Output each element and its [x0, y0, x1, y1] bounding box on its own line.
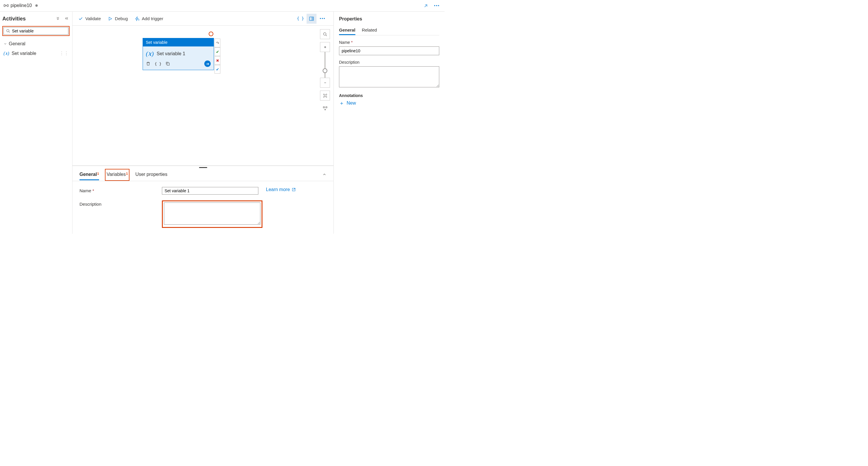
canvas-search-button[interactable]: [320, 29, 330, 39]
pipeline-name-input[interactable]: [339, 46, 439, 55]
port-stack: ↷ ✔ ✖ ✔: [215, 38, 220, 74]
tab-general[interactable]: General 1: [80, 169, 99, 180]
debug-label: Debug: [115, 16, 128, 21]
tab-general-label: General: [80, 172, 97, 177]
activities-collapse[interactable]: [63, 15, 70, 23]
tab-user-properties-label: User properties: [135, 172, 167, 177]
tab-variables-highlight: Variables 1: [105, 169, 130, 181]
add-trigger-button[interactable]: Add trigger: [135, 16, 163, 21]
activities-panel: Activities General (𝑥) Set variable ⋮⋮: [0, 12, 72, 234]
validate-label: Validate: [85, 16, 101, 21]
svg-rect-4: [167, 63, 169, 65]
editor-tab-row: pipeline10 •••: [0, 0, 444, 12]
group-general-label: General: [9, 41, 25, 46]
pipeline-icon: [3, 3, 9, 8]
check-icon: [78, 17, 83, 21]
activity-node-name: Set variable 1: [157, 51, 185, 56]
svg-point-5: [323, 32, 326, 35]
activities-search[interactable]: [3, 27, 68, 35]
add-trigger-label: Add trigger: [142, 16, 163, 21]
props-tab-related[interactable]: Related: [362, 26, 377, 35]
resize-handle[interactable]: [72, 166, 334, 169]
variable-icon: (𝑥): [146, 50, 154, 58]
pipeline-tab[interactable]: pipeline10: [0, 0, 41, 11]
external-link-icon: [292, 188, 296, 192]
chevron-down-icon: [3, 42, 7, 45]
properties-toggle-button[interactable]: [307, 14, 316, 24]
add-annotation-label: New: [347, 100, 356, 106]
unsaved-indicator: [35, 4, 38, 7]
svg-rect-6: [324, 95, 326, 96]
properties-title: Properties: [339, 17, 439, 22]
properties-panel: Properties General Related Name * Descri…: [334, 12, 444, 234]
auto-layout-button[interactable]: [320, 103, 330, 113]
validate-button[interactable]: Validate: [78, 16, 101, 21]
activities-search-input[interactable]: [12, 29, 66, 33]
zoom-slider[interactable]: [324, 52, 326, 78]
trash-icon[interactable]: [146, 61, 151, 66]
json-view-button[interactable]: { }: [296, 14, 305, 24]
collapse-settings-button[interactable]: [322, 173, 327, 177]
fit-screen-button[interactable]: [320, 91, 330, 100]
variable-icon: (𝑥): [3, 51, 9, 56]
zoom-thumb[interactable]: [323, 68, 327, 73]
tab-general-badge: 1: [97, 172, 99, 175]
svg-point-2: [7, 30, 9, 32]
props-tab-general[interactable]: General: [339, 26, 355, 35]
activity-settings-panel: General 1 Variables 1 User properties: [72, 166, 334, 234]
tab-variables[interactable]: Variables 1: [107, 169, 128, 180]
fit-icon: [323, 93, 327, 98]
toolbar-more-button[interactable]: •••: [318, 14, 328, 24]
expand-button[interactable]: [422, 2, 430, 10]
braces-icon[interactable]: { }: [155, 62, 161, 66]
chevrons-down-icon: [56, 17, 60, 21]
props-annotations-label: Annotations: [339, 93, 439, 98]
search-icon: [6, 29, 10, 33]
activity-set-variable[interactable]: (𝑥) Set variable ⋮⋮: [2, 49, 70, 58]
properties-pane-icon: [309, 16, 314, 21]
chevron-up-icon: [322, 173, 327, 177]
learn-more-label: Learn more: [266, 187, 290, 192]
port-completion[interactable]: ✔: [215, 65, 220, 74]
pipeline-tab-label: pipeline10: [10, 3, 32, 8]
plus-icon: ＋: [323, 44, 327, 50]
tab-user-properties[interactable]: User properties: [135, 169, 167, 180]
port-success[interactable]: ✔: [215, 47, 220, 56]
canvas-tools: ＋ －: [320, 29, 330, 113]
form-name-label: Name *: [80, 187, 158, 193]
props-description-label: Description: [339, 60, 439, 65]
activities-expand-all[interactable]: [55, 15, 61, 23]
ellipsis-icon: •••: [320, 17, 326, 21]
tab-variables-badge: 1: [126, 172, 128, 175]
pipeline-toolbar: Validate Debug Add trigger { } •••: [72, 12, 334, 26]
port-skip[interactable]: ↷: [215, 38, 220, 47]
ellipsis-icon: •••: [434, 3, 440, 8]
activities-title: Activities: [2, 16, 52, 22]
learn-more-link[interactable]: Learn more: [266, 187, 296, 192]
minus-icon: －: [323, 80, 327, 85]
layout-icon: [323, 106, 328, 111]
port-failure[interactable]: ✖: [215, 56, 220, 65]
svg-rect-0: [4, 4, 5, 7]
pipeline-canvas[interactable]: Set variable (𝑥) Set variable 1 { } ➔ ↷ …: [72, 26, 334, 166]
activities-search-highlight: [2, 26, 69, 36]
chevrons-left-icon: [65, 17, 69, 21]
svg-rect-7: [323, 106, 324, 108]
tab-more-button[interactable]: •••: [432, 2, 442, 10]
props-name-label: Name *: [339, 40, 439, 45]
zoom-out-button[interactable]: －: [320, 78, 330, 88]
copy-icon[interactable]: [165, 61, 170, 66]
highlight-circle: [209, 32, 213, 36]
arrow-right-icon[interactable]: ➔: [204, 60, 211, 67]
activity-name-input[interactable]: [162, 187, 258, 194]
form-description-label: Description: [80, 200, 158, 207]
activity-node[interactable]: Set variable (𝑥) Set variable 1 { } ➔: [143, 38, 214, 70]
description-highlight: [162, 200, 262, 228]
braces-icon: { }: [297, 17, 304, 21]
activity-description-input[interactable]: [164, 203, 260, 225]
debug-button[interactable]: Debug: [108, 16, 128, 21]
group-general[interactable]: General: [2, 40, 70, 48]
pipeline-description-input[interactable]: [339, 66, 439, 87]
add-annotation-button[interactable]: ＋ New: [339, 100, 439, 106]
zoom-in-button[interactable]: ＋: [320, 42, 330, 52]
